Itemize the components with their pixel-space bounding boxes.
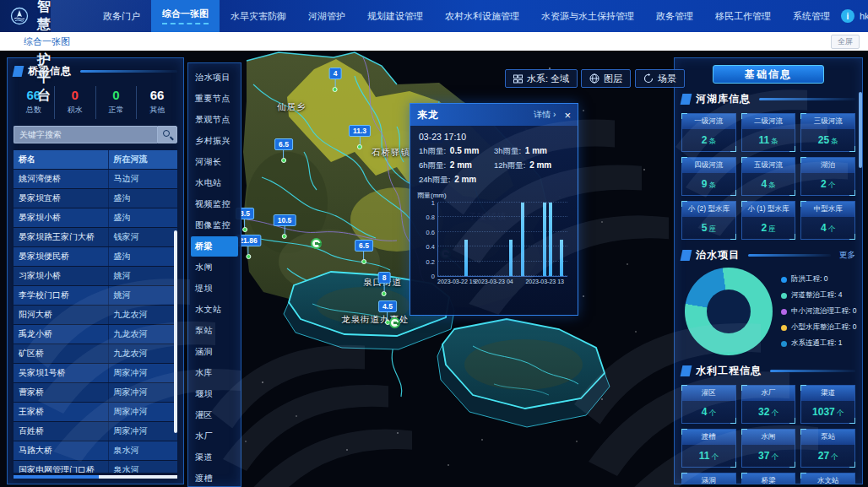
table-horizontal-scrollbar[interactable] (14, 475, 177, 479)
layer-item-涵洞[interactable]: 涵洞 (191, 342, 238, 362)
layer-item-河湖长[interactable]: 河湖长 (191, 152, 238, 172)
info-card-二级河流[interactable]: 二级河流11条 (741, 113, 796, 152)
fullscreen-button[interactable]: 全屏 (831, 35, 860, 49)
layer-item-渠道[interactable]: 渠道 (191, 447, 238, 468)
nav-item-河湖管护[interactable]: 河湖管护 (297, 0, 356, 32)
info-card-三级河流[interactable]: 三级河流25条 (800, 113, 855, 152)
info-card-桥梁[interactable]: 桥梁66个 (741, 473, 796, 484)
table-row[interactable]: 晏家坝宜桥盛沟 (14, 189, 177, 208)
info-card-湖泊[interactable]: 湖泊2个 (800, 157, 855, 196)
river-name-cell: 周家冲河 (109, 422, 177, 441)
layer-item-灌区[interactable]: 灌区 (191, 405, 238, 425)
info-card-渡槽[interactable]: 渡槽11个 (681, 429, 736, 468)
table-row[interactable]: 马路大桥泉水河 (14, 441, 177, 460)
water-level-marker[interactable]: 10.5 (274, 214, 296, 239)
user-menu[interactable]: i hkxb42080201 ▼ (841, 9, 868, 23)
nav-item-规划建设管理[interactable]: 规划建设管理 (356, 0, 434, 32)
info-card-小 (1) 型水库[interactable]: 小 (1) 型水库2座 (741, 201, 796, 240)
marker-dot-icon (246, 254, 251, 259)
table-row[interactable]: 晏家坝小桥盛沟 (14, 208, 177, 227)
search-input[interactable] (14, 126, 157, 143)
nav-item-政务管理[interactable]: 政务管理 (645, 0, 704, 32)
layer-item-渡槽[interactable]: 渡槽 (191, 468, 238, 487)
water-system-scope-button[interactable]: 水系: 全域 (505, 69, 578, 88)
table-row[interactable]: 晏家坝便民桥盛沟 (14, 247, 177, 266)
table-row[interactable]: 习家坝小桥姚河 (14, 267, 177, 285)
more-link[interactable]: 更多 (839, 250, 855, 261)
water-level-marker[interactable]: 8 (378, 272, 391, 296)
table-row[interactable]: 李学校门口桥姚河 (14, 286, 177, 305)
table-row[interactable]: 姚河湾便桥马边河 (14, 170, 177, 188)
card-value: 4个 (682, 401, 735, 423)
layer-item-堤坝[interactable]: 堤坝 (191, 279, 238, 299)
nav-item-农村水利设施管理[interactable]: 农村水利设施管理 (434, 0, 530, 32)
card-label: 湖泊 (801, 158, 854, 173)
breadcrumb-bar: 综合一张图 全屏 (0, 32, 868, 51)
layer-item-桥梁[interactable]: 桥梁 (191, 236, 238, 257)
nav-item-水旱灾害防御[interactable]: 水旱灾害防御 (220, 0, 297, 32)
nav-item-政务门户[interactable]: 政务门户 (92, 0, 151, 32)
panel-scrollbar[interactable] (859, 92, 862, 168)
layer-item-泵站[interactable]: 泵站 (191, 321, 238, 341)
table-vertical-scrollbar[interactable] (174, 230, 177, 433)
info-card-水厂[interactable]: 水厂32个 (741, 385, 796, 424)
camera-marker-icon[interactable] (311, 238, 322, 249)
info-card-水闸[interactable]: 水闸37个 (741, 429, 796, 468)
info-card-小 (2) 型水库[interactable]: 小 (2) 型水库5座 (681, 201, 736, 240)
nav-item-移民工作管理[interactable]: 移民工作管理 (704, 0, 782, 32)
info-card-四级河流[interactable]: 四级河流9条 (681, 157, 736, 196)
table-row[interactable]: 王家桥周家冲河 (14, 403, 177, 421)
layer-item-水闸[interactable]: 水闸 (191, 257, 238, 278)
nav-item-水资源与水土保持管理[interactable]: 水资源与水土保持管理 (530, 0, 645, 32)
info-card-灌区[interactable]: 灌区4个 (681, 385, 736, 424)
scene-button[interactable]: 场景 (635, 69, 685, 88)
table-row[interactable]: 曹家桥周家冲河 (14, 383, 177, 402)
table-row[interactable]: 国家电网管理门口桥泉水河 (14, 461, 177, 473)
search-button[interactable] (157, 126, 177, 143)
basic-info-button[interactable]: 基础信息 (713, 65, 824, 84)
info-card-水文站[interactable]: 水文站3个 (800, 473, 855, 484)
layer-item-水文站[interactable]: 水文站 (191, 300, 238, 320)
platform-logo-icon (10, 7, 29, 25)
scene-icon (643, 73, 654, 84)
layer-item-堰坝[interactable]: 堰坝 (191, 384, 238, 404)
layer-item-水电站[interactable]: 水电站 (191, 173, 238, 193)
info-card-中型水库[interactable]: 中型水库4个 (800, 201, 855, 240)
table-row[interactable]: 阳河大桥九龙农河 (14, 306, 177, 324)
info-card-五级河流[interactable]: 五级河流4条 (741, 157, 796, 196)
card-value: 9条 (682, 173, 735, 195)
layer-item-乡村振兴[interactable]: 乡村振兴 (191, 131, 238, 151)
legend-text: 防洪工程: 0 (791, 274, 827, 284)
layer-item-水厂[interactable]: 水厂 (191, 426, 238, 446)
table-row[interactable]: 百姓桥周家冲河 (14, 422, 177, 441)
layer-item-水库[interactable]: 水库 (191, 363, 238, 383)
layer-item-景观节点[interactable]: 景观节点 (191, 110, 238, 130)
card-label: 水闸 (742, 430, 795, 445)
stat-label: 总数 (14, 105, 54, 116)
camera-marker-icon[interactable] (389, 317, 400, 328)
water-level-marker[interactable]: 11.3 (349, 125, 371, 149)
info-card-一级河流[interactable]: 一级河流2条 (681, 113, 736, 152)
layer-item-视频监控[interactable]: 视频监控 (191, 194, 238, 214)
detail-link[interactable]: 详情 › (534, 109, 556, 121)
water-level-marker[interactable]: 4 (329, 68, 342, 92)
water-level-marker[interactable]: 6.5 (355, 240, 373, 264)
close-icon[interactable]: × (564, 110, 571, 121)
layer-item-治水项目[interactable]: 治水项目 (191, 68, 238, 88)
table-row[interactable]: 矿区桥九龙农河 (14, 344, 177, 363)
table-row[interactable]: 晏家坝路王家门大桥钱家河 (14, 228, 177, 246)
breadcrumb[interactable]: 综合一张图 (24, 35, 70, 48)
info-card-涵洞[interactable]: 涵洞47个 (681, 473, 736, 484)
layer-item-重要节点[interactable]: 重要节点 (191, 89, 238, 109)
nav-item-label: 水旱灾害防御 (231, 10, 286, 23)
table-row[interactable]: 禹龙小桥九龙农河 (14, 325, 177, 344)
nav-item-系统管理[interactable]: 系统管理 (782, 0, 841, 32)
layer-item-图像监控[interactable]: 图像监控 (191, 215, 238, 235)
nav-item-综合一张图[interactable]: 综合一张图 (151, 0, 220, 32)
table-row[interactable]: 吴家坝1号桥周家冲河 (14, 364, 177, 382)
layers-button[interactable]: 图层 (581, 69, 631, 88)
info-card-泵站[interactable]: 泵站27个 (800, 429, 855, 468)
water-level-marker[interactable]: 6.5 (274, 138, 293, 163)
bridge-name-cell: 禹龙小桥 (14, 325, 109, 344)
info-card-渠道[interactable]: 渠道1037个 (800, 385, 855, 424)
